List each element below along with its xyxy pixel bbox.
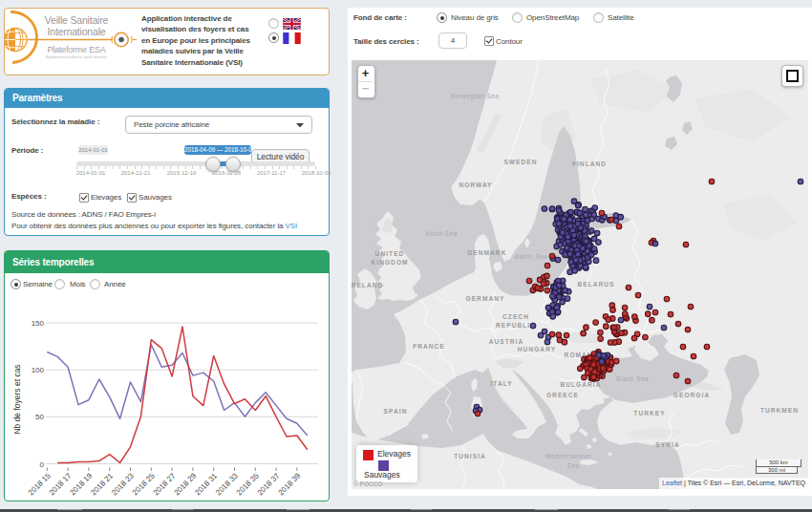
svg-text:Veille Sanitaire: Veille Sanitaire (45, 14, 109, 26)
svg-text:FINLAND: FINLAND (572, 160, 607, 167)
svg-text:2018 39: 2018 39 (276, 471, 302, 497)
svg-text:Black Sea: Black Sea (616, 375, 649, 382)
svg-text:Sea: Sea (566, 462, 579, 469)
svg-text:Internationale: Internationale (48, 26, 106, 37)
svg-text:GERMANY: GERMANY (466, 295, 505, 302)
svg-text:Nb de foyers et cas: Nb de foyers et cas (12, 364, 22, 434)
svg-text:UNITED: UNITED (375, 250, 405, 257)
svg-text:IRELAND: IRELAND (352, 282, 383, 288)
svg-text:Baltic Sea: Baltic Sea (515, 253, 547, 260)
svg-text:50: 50 (35, 413, 44, 421)
svg-text:ITALY: ITALY (490, 380, 512, 387)
svg-text:Épidémiosurveillance santé an: Épidémiosurveillance santé animale (46, 54, 108, 59)
svg-text:SWEDEN: SWEDEN (503, 159, 537, 165)
svg-text:BULGARIA: BULGARIA (560, 381, 601, 388)
svg-text:AUSTRIA: AUSTRIA (489, 338, 524, 345)
svg-text:CZECH: CZECH (502, 313, 529, 320)
svg-text:TURKMEN: TURKMEN (760, 407, 799, 414)
svg-text:Mediterranean: Mediterranean (545, 453, 591, 459)
svg-text:FRANCE: FRANCE (413, 343, 445, 350)
svg-text:TURKEY: TURKEY (633, 410, 665, 416)
svg-text:GEORGIA: GEORGIA (673, 392, 710, 398)
svg-text:NORWAY: NORWAY (459, 181, 492, 188)
svg-text:DENMARK: DENMARK (468, 249, 507, 256)
svg-text:Plateforme ESA: Plateforme ESA (47, 45, 105, 54)
svg-text:HUNGARY: HUNGARY (518, 346, 556, 352)
svg-text:SPAIN: SPAIN (384, 408, 408, 415)
svg-text:0: 0 (40, 460, 45, 469)
svg-text:GREECE: GREECE (546, 392, 579, 398)
svg-text:100: 100 (32, 366, 45, 374)
svg-text:KINGDOM: KINGDOM (371, 259, 408, 266)
svg-text:BELARUS: BELARUS (577, 281, 614, 288)
svg-text:Norwegian Sea: Norwegian Sea (451, 93, 500, 100)
svg-text:North Sea: North Sea (425, 230, 458, 237)
svg-text:150: 150 (32, 319, 45, 328)
svg-text:TUNISIA: TUNISIA (454, 453, 486, 459)
svg-text:SYRIA: SYRIA (655, 441, 679, 448)
